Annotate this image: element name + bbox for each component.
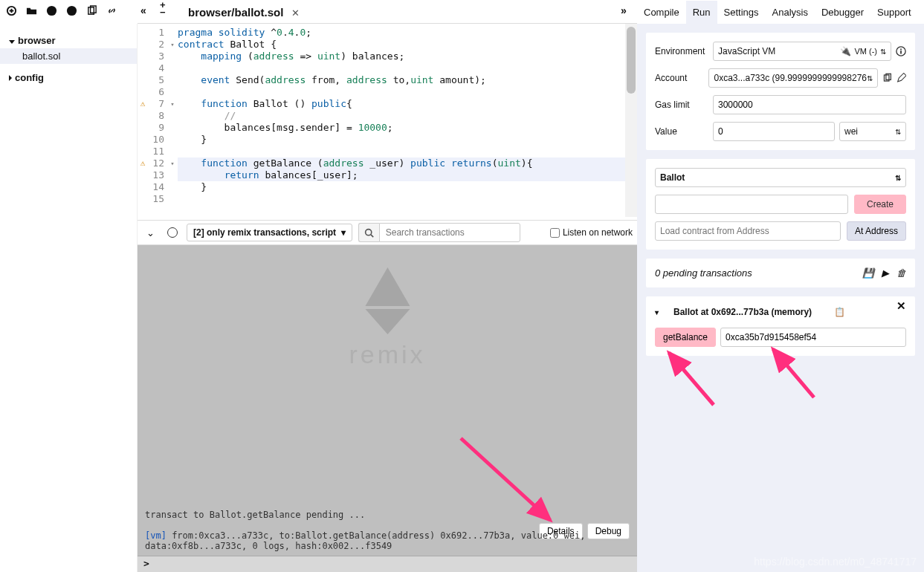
file-ballot[interactable]: ballot.sol: [0, 48, 137, 64]
chevron-down-icon: ⇅: [895, 128, 901, 136]
copy-files-icon[interactable]: [86, 5, 97, 19]
contract-instance-card: ▾ Ballot at 0x692...77b3a (memory) 📋 ✕ g…: [646, 296, 915, 356]
left-icon-toolbar: [0, 0, 138, 24]
right-tabs: Compile Run Settings Analysis Debugger S…: [637, 0, 924, 24]
copy-address-icon[interactable]: 📋: [834, 307, 845, 317]
github-alt-icon[interactable]: [66, 5, 77, 19]
console-output: transact to Ballot.getBalance pending ..…: [145, 508, 630, 551]
close-instance-icon[interactable]: ✕: [896, 299, 906, 313]
watermark: https://blog.csdn.net/m0_48741717: [754, 556, 917, 568]
contract-select[interactable]: Ballot⇅: [655, 168, 906, 187]
folder-browser[interactable]: browser: [0, 33, 137, 48]
svg-point-2: [67, 6, 77, 16]
plug-icon: 🔌: [840, 46, 851, 56]
value-unit-select[interactable]: wei⇅: [839, 122, 906, 141]
environment-select[interactable]: JavaScript VM 🔌 VM (-) ⇅: [713, 42, 891, 61]
getbalance-input[interactable]: [720, 328, 906, 347]
console-line-vm: [vm] from:0xca3...a733c, to:Ballot.getBa…: [145, 530, 630, 551]
close-tab-icon[interactable]: ✕: [291, 7, 300, 19]
pending-tx-text: 0 pending transactions: [655, 267, 752, 279]
constructor-args-input[interactable]: [655, 195, 848, 214]
chevron-down-icon: ▾: [341, 227, 346, 238]
terminal-filter-select[interactable]: [2] only remix transactions, script ▾: [187, 224, 352, 241]
instance-title: Ballot at 0x692...77b3a (memory): [673, 307, 812, 317]
listen-network-toggle[interactable]: Listen on network: [550, 227, 633, 238]
open-folder-icon[interactable]: [26, 5, 37, 19]
deploy-card: Ballot⇅ Create At Address: [646, 159, 915, 250]
file-explorer: browser ballot.sol config: [0, 24, 138, 572]
tab-run[interactable]: Run: [686, 1, 717, 24]
collapse-instance-icon[interactable]: ▾: [655, 308, 659, 316]
tab-support[interactable]: Support: [870, 1, 918, 24]
account-label: Account: [655, 73, 708, 83]
github-icon[interactable]: [46, 5, 57, 19]
remix-logo: remix: [349, 267, 425, 369]
info-icon[interactable]: [896, 46, 906, 56]
tab-analysis[interactable]: Analysis: [766, 1, 815, 24]
collapse-left-icon[interactable]: «: [140, 4, 146, 16]
new-file-icon[interactable]: [6, 5, 17, 19]
save-icon[interactable]: 💾: [862, 267, 874, 279]
chevron-down-icon: ⇅: [867, 74, 873, 82]
pending-tx-card: 0 pending transactions 💾 ▶ 🗑: [646, 259, 915, 287]
environment-label: Environment: [655, 46, 713, 56]
svg-rect-8: [900, 49, 902, 51]
account-select[interactable]: 0xca3...a733c (99.9999999999998276 ⇅: [708, 68, 878, 88]
editor-tabs: browser/ballot.sol ✕: [138, 0, 637, 24]
getbalance-button[interactable]: getBalance: [655, 328, 716, 347]
terminal-console: remix Details Debug transact to Ballot.g…: [138, 245, 637, 556]
tab-ballot[interactable]: browser/ballot.sol ✕: [182, 1, 306, 23]
listen-checkbox[interactable]: [550, 228, 560, 238]
load-address-input[interactable]: [655, 221, 841, 241]
tab-compile[interactable]: Compile: [637, 1, 686, 24]
console-line-pending: transact to Ballot.getBalance pending ..…: [145, 510, 630, 520]
clear-terminal-icon[interactable]: [164, 224, 181, 241]
search-transactions-input[interactable]: [379, 223, 520, 242]
at-address-button[interactable]: At Address: [847, 221, 906, 241]
tab-title: browser/ballot.sol: [188, 6, 283, 19]
value-input[interactable]: [713, 122, 835, 141]
copy-icon[interactable]: [882, 73, 892, 83]
terminal-toolbar: ⌄ [2] only remix transactions, script ▾ …: [138, 220, 637, 245]
search-icon[interactable]: [358, 223, 379, 242]
collapse-right-icon[interactable]: »: [621, 4, 627, 16]
svg-point-1: [47, 6, 56, 16]
editor-area: « +− browser/ballot.sol ✕ ⚠⚠ 12345678910…: [138, 0, 637, 572]
svg-rect-7: [900, 51, 902, 53]
edit-icon[interactable]: [896, 73, 906, 83]
value-label: Value: [655, 126, 713, 137]
trash-icon[interactable]: 🗑: [896, 267, 906, 279]
gas-limit-input[interactable]: [713, 95, 906, 114]
gas-limit-label: Gas limit: [655, 100, 713, 110]
link-icon[interactable]: [106, 5, 117, 19]
environment-card: Environment JavaScript VM 🔌 VM (-) ⇅ Acc…: [646, 33, 915, 150]
svg-point-5: [365, 229, 371, 235]
right-panel: » Compile Run Settings Analysis Debugger…: [637, 0, 924, 572]
chevron-down-icon: ⇅: [880, 48, 886, 56]
terminal-prompt[interactable]: >: [138, 556, 637, 572]
editor-scrollbar[interactable]: [625, 24, 637, 217]
folder-config[interactable]: config: [0, 70, 137, 85]
tab-settings[interactable]: Settings: [717, 1, 766, 24]
play-icon[interactable]: ▶: [882, 267, 889, 279]
font-size-controls[interactable]: +−: [160, 1, 166, 16]
chevron-down-icon: ⇅: [895, 174, 901, 182]
create-button[interactable]: Create: [854, 195, 906, 214]
code-editor[interactable]: ⚠⚠ 123456789101112131415 ▾▾▾ pragma soli…: [138, 24, 637, 217]
tab-debugger[interactable]: Debugger: [815, 1, 870, 24]
toggle-terminal-icon[interactable]: ⌄: [142, 224, 158, 241]
